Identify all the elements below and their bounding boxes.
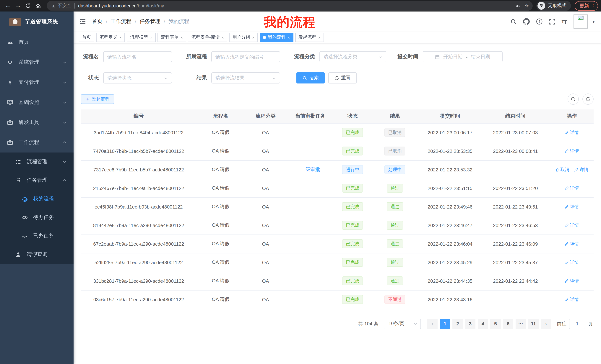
page-button-3[interactable]: 3 bbox=[465, 318, 475, 329]
detail-action[interactable]: 详情 bbox=[565, 203, 579, 210]
page-button-11[interactable]: 11 bbox=[528, 318, 539, 329]
more-pages-button[interactable]: ··· bbox=[516, 318, 526, 329]
incognito-label: 无痕模式 bbox=[548, 3, 566, 9]
tab-my-process[interactable]: 我的流程× bbox=[260, 33, 293, 42]
address-bar[interactable]: ▲ 不安全 dashboard.yudao.iocoder.cn /bpm/ta… bbox=[47, 1, 533, 11]
tab-user-group[interactable]: 用户分组× bbox=[229, 33, 258, 42]
table-row: 3ad174fb-7b9d-11ec-8404-acde48001122 OA … bbox=[81, 123, 594, 142]
detail-action[interactable]: 详情 bbox=[565, 222, 579, 228]
close-icon[interactable]: × bbox=[180, 35, 183, 39]
help-icon[interactable]: ? bbox=[536, 18, 543, 25]
prev-page-button[interactable]: ‹ bbox=[427, 318, 438, 329]
search-button[interactable]: 搜索 bbox=[296, 72, 325, 84]
sidebar-item-done-tasks[interactable]: 已办任务 bbox=[0, 227, 74, 245]
github-icon[interactable] bbox=[523, 18, 530, 25]
close-icon[interactable]: × bbox=[150, 35, 152, 39]
result-badge: 通过 bbox=[387, 239, 403, 248]
fullscreen-icon[interactable] bbox=[549, 18, 555, 25]
detail-action[interactable]: 详情 bbox=[565, 278, 579, 284]
hamburger-icon[interactable] bbox=[79, 18, 87, 25]
tab-home[interactable]: 首页 bbox=[79, 33, 94, 42]
filter-category-label: 流程分类 bbox=[288, 53, 315, 60]
sidebar-item-home[interactable]: 首页 bbox=[0, 32, 74, 52]
result-badge: 通过 bbox=[387, 277, 403, 285]
page-button-4[interactable]: 4 bbox=[478, 318, 488, 329]
table-row: 7317cec6-7b9b-11ec-b5b7-acde48001122 OA … bbox=[81, 160, 594, 179]
detail-action[interactable]: 详情 bbox=[565, 259, 579, 266]
goto-page-input[interactable] bbox=[569, 318, 585, 329]
page-size-select[interactable]: 10条/页 bbox=[384, 318, 421, 329]
table-row: 2152467e-7b9b-11ec-9a1b-acde48001122 OA … bbox=[81, 179, 594, 197]
forward-icon[interactable]: → bbox=[13, 1, 23, 11]
font-size-icon[interactable]: TT bbox=[562, 18, 567, 25]
sidebar-item-my-process[interactable]: 我的流程 bbox=[0, 190, 74, 208]
svg-text:?: ? bbox=[538, 20, 541, 24]
tags-view: 首页 流程定义× 流程模型× 流程表单× 流程表单-编辑× 用户分组× 我的流程… bbox=[74, 31, 601, 43]
sidebar-item-infra[interactable]: 基础设施 bbox=[0, 92, 74, 112]
category-select[interactable]: 请选择流程分类 bbox=[320, 51, 386, 62]
breadcrumb-home[interactable]: 首页 bbox=[92, 18, 102, 25]
tab-process-form-edit[interactable]: 流程表单-编辑× bbox=[188, 33, 227, 42]
process-definition-input[interactable] bbox=[211, 51, 280, 62]
breadcrumb-task-mgmt[interactable]: 任务管理 bbox=[140, 18, 160, 25]
search-icon[interactable] bbox=[510, 18, 517, 25]
sidebar-item-task-mgmt[interactable]: 任务管理 bbox=[0, 171, 74, 190]
chevron-down-icon bbox=[272, 76, 276, 80]
close-icon[interactable]: × bbox=[318, 35, 321, 39]
detail-action[interactable]: 详情 bbox=[574, 166, 588, 173]
tree-icon bbox=[15, 177, 21, 184]
page-button-1[interactable]: 1 bbox=[440, 318, 450, 329]
reset-button[interactable]: 重置 bbox=[328, 72, 357, 84]
table-header-row: 编号 流程名 流程分类 当前审批任务 状态 结果 提交时间 结束时间 操作 bbox=[81, 109, 594, 123]
result-select[interactable]: 请选择流结果 bbox=[211, 72, 280, 84]
detail-action[interactable]: 详情 bbox=[565, 185, 579, 191]
home-icon[interactable] bbox=[33, 1, 43, 11]
back-icon[interactable]: ← bbox=[3, 1, 13, 11]
close-icon[interactable]: × bbox=[288, 35, 290, 39]
page-button-5[interactable]: 5 bbox=[490, 318, 501, 329]
result-badge: 通过 bbox=[387, 184, 403, 192]
tab-process-form[interactable]: 流程表单× bbox=[158, 33, 186, 42]
tab-start-process[interactable]: 发起流程× bbox=[295, 33, 324, 42]
sidebar-item-payment[interactable]: ¥ 支付管理 bbox=[0, 72, 74, 92]
show-search-button[interactable] bbox=[568, 94, 579, 105]
detail-action[interactable]: 详情 bbox=[565, 148, 579, 154]
monitor-icon bbox=[7, 99, 13, 106]
sidebar-item-leave-query[interactable]: 请假查询 bbox=[0, 245, 74, 264]
status-badge: 进行中 bbox=[342, 165, 363, 174]
next-page-button[interactable]: › bbox=[541, 318, 551, 329]
page-button-2[interactable]: 2 bbox=[452, 318, 463, 329]
avatar[interactable] bbox=[573, 14, 588, 29]
sidebar-item-workflow[interactable]: 工作流程 bbox=[0, 133, 74, 153]
caret-down-icon[interactable]: ▼ bbox=[592, 19, 595, 24]
date-range-picker[interactable]: 开始日期 - 结束日期 bbox=[423, 51, 502, 62]
cancel-action[interactable]: 取消 bbox=[555, 166, 569, 173]
refresh-button[interactable] bbox=[582, 94, 594, 105]
browser-menu-icon[interactable]: ⋮ bbox=[591, 3, 596, 9]
breadcrumb: 首页 / 工作流程 / 任务管理 / 我的流程 bbox=[92, 18, 189, 25]
breadcrumb-workflow[interactable]: 工作流程 bbox=[111, 18, 131, 25]
sidebar-item-devtools[interactable]: 研发工具 bbox=[0, 112, 74, 133]
sidebar-item-todo-tasks[interactable]: 待办任务 bbox=[0, 208, 74, 227]
key-icon[interactable] bbox=[513, 1, 522, 10]
sidebar-item-process-mgmt[interactable]: 流程管理 bbox=[0, 153, 74, 171]
process-name-input[interactable] bbox=[103, 51, 172, 62]
status-badge: 已完成 bbox=[342, 239, 363, 248]
tab-process-definition[interactable]: 流程定义× bbox=[96, 33, 125, 42]
close-icon[interactable]: × bbox=[252, 35, 255, 39]
logo-image bbox=[9, 18, 21, 26]
detail-action[interactable]: 详情 bbox=[565, 296, 579, 303]
tab-process-model[interactable]: 流程模型× bbox=[127, 33, 156, 42]
task-link[interactable]: 一级审批 bbox=[301, 167, 320, 172]
detail-action[interactable]: 详情 bbox=[565, 241, 579, 247]
page-button-6[interactable]: 6 bbox=[503, 318, 513, 329]
create-process-button[interactable]: ＋ 发起流程 bbox=[81, 94, 114, 104]
bookmark-star-icon[interactable]: ☆ bbox=[522, 1, 531, 10]
detail-action[interactable]: 详情 bbox=[565, 129, 579, 136]
status-select[interactable]: 请选择状态 bbox=[103, 72, 172, 84]
sidebar-item-system[interactable]: ⚙ 系统管理 bbox=[0, 52, 74, 72]
close-icon[interactable]: × bbox=[221, 35, 224, 39]
close-icon[interactable]: × bbox=[119, 35, 122, 39]
update-button[interactable]: 更新 ⋮ bbox=[575, 1, 598, 10]
reload-icon[interactable] bbox=[23, 1, 33, 11]
